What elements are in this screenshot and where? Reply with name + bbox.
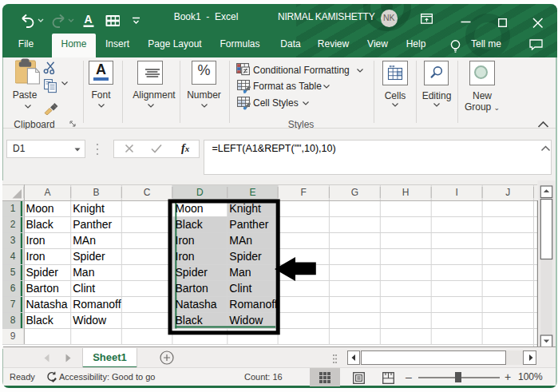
svg-text:8: 8: [10, 315, 16, 326]
svg-text:9: 9: [10, 331, 16, 342]
svg-text:Clint: Clint: [73, 282, 95, 295]
svg-text:B: B: [93, 187, 99, 198]
svg-text:F: F: [301, 187, 307, 198]
svg-text:A: A: [85, 13, 93, 26]
svg-text:Clint: Clint: [229, 282, 251, 295]
svg-text:Romanoff: Romanoff: [73, 298, 121, 311]
svg-text:MAn: MAn: [73, 234, 96, 247]
svg-text:Knight: Knight: [73, 202, 105, 215]
svg-text:Iron: Iron: [26, 250, 46, 263]
svg-text:Black: Black: [176, 314, 204, 327]
svg-text:Black: Black: [26, 314, 54, 327]
svg-text:Spider: Spider: [229, 250, 262, 263]
svg-text:Natasha: Natasha: [26, 298, 68, 311]
svg-text:Barton: Barton: [176, 282, 208, 295]
svg-text:I: I: [456, 187, 458, 198]
svg-text:Iron: Iron: [176, 250, 195, 263]
svg-text:Romanoff: Romanoff: [229, 298, 278, 311]
svg-text:H: H: [402, 187, 410, 198]
svg-text:Natasha: Natasha: [176, 298, 217, 311]
svg-text:7: 7: [10, 299, 16, 310]
svg-text:Panther: Panther: [229, 218, 268, 231]
svg-text:Panther: Panther: [73, 218, 112, 231]
svg-text:C: C: [144, 187, 151, 198]
svg-text:Spider: Spider: [73, 250, 105, 263]
svg-text:Spider: Spider: [26, 266, 59, 279]
svg-text:D: D: [196, 187, 204, 198]
svg-text:A: A: [44, 187, 50, 198]
svg-text:Iron: Iron: [26, 234, 46, 247]
svg-text:3: 3: [10, 235, 16, 246]
svg-text:G: G: [351, 187, 358, 198]
svg-text:Moon: Moon: [26, 202, 54, 215]
svg-text:5: 5: [10, 267, 16, 278]
svg-text:6: 6: [10, 283, 16, 294]
svg-text:Moon: Moon: [176, 202, 204, 215]
svg-text:Black: Black: [176, 218, 204, 231]
svg-text:Man: Man: [73, 266, 94, 279]
svg-text:Black: Black: [26, 218, 54, 231]
svg-text:2: 2: [10, 219, 16, 230]
svg-text:Widow: Widow: [229, 314, 263, 327]
svg-text:Iron: Iron: [176, 234, 195, 247]
svg-text:E: E: [249, 187, 255, 198]
svg-text:MAn: MAn: [229, 234, 252, 247]
svg-text:Widow: Widow: [73, 314, 107, 327]
svg-text:Barton: Barton: [26, 282, 59, 295]
svg-text:Man: Man: [229, 266, 251, 279]
svg-text:J: J: [505, 187, 510, 198]
svg-text:4: 4: [10, 251, 16, 262]
svg-text:Spider: Spider: [176, 266, 208, 279]
svg-text:1: 1: [10, 203, 16, 214]
svg-text:Knight: Knight: [229, 202, 261, 215]
